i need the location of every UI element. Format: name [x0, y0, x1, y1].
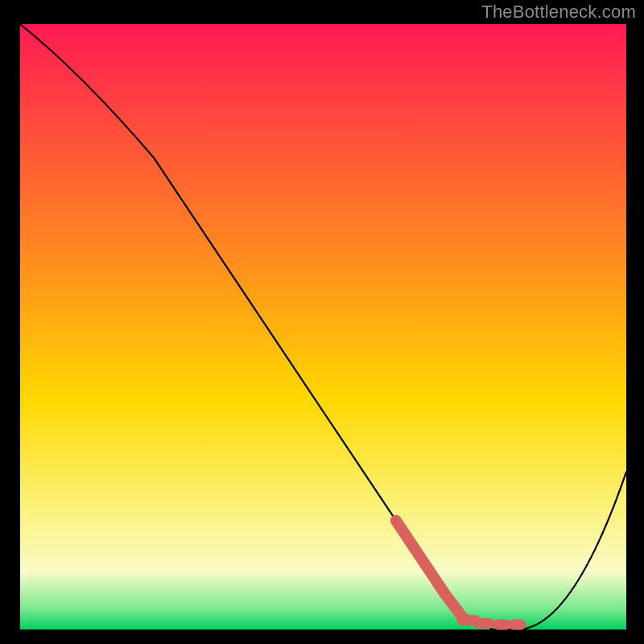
chart-svg [0, 0, 644, 644]
chart-stage: TheBottleneck.com [0, 0, 644, 644]
attribution-label: TheBottleneck.com [481, 2, 636, 23]
accent-dots [462, 621, 521, 625]
plot-background [20, 24, 626, 630]
